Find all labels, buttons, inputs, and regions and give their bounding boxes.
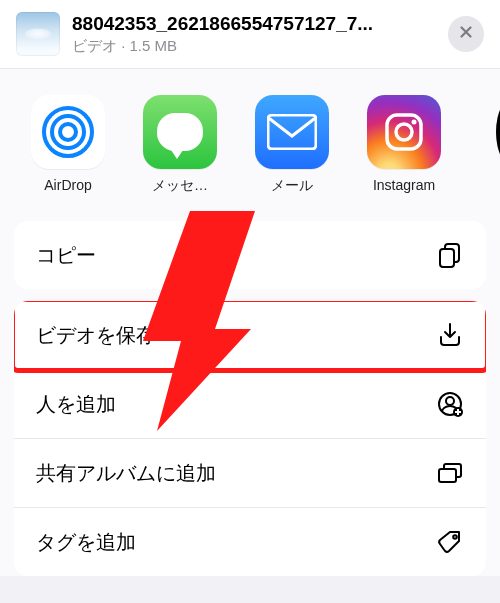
svg-rect-6 [440,249,454,267]
mail-icon [255,95,329,169]
action-label: 人を追加 [36,391,116,418]
add-people-icon [436,390,464,418]
share-apps-row: AirDrop メッセ… メール Instagram [0,75,500,207]
svg-point-4 [412,120,417,125]
file-title: 88042353_2621866554757127_7... [72,13,438,35]
svg-point-12 [453,535,457,539]
share-sheet-header: 88042353_2621866554757127_7... ビデオ · 1.5… [0,0,500,69]
action-add-tags[interactable]: タグを追加 [14,507,486,576]
download-icon [436,321,464,349]
app-messages[interactable]: メッセ… [136,95,224,195]
tag-icon [436,528,464,556]
messages-icon [143,95,217,169]
app-overflow[interactable] [472,95,500,195]
action-copy[interactable]: コピー [14,221,486,289]
svg-point-8 [446,397,454,405]
action-label: コピー [36,242,96,269]
instagram-icon [367,95,441,169]
action-label: 共有アルバムに追加 [36,460,216,487]
app-airdrop[interactable]: AirDrop [24,95,112,195]
app-label: メール [248,177,336,195]
action-add-people[interactable]: 人を追加 [14,369,486,438]
svg-rect-2 [387,115,421,149]
svg-rect-11 [439,469,456,482]
svg-rect-1 [268,115,316,149]
header-text: 88042353_2621866554757127_7... ビデオ · 1.5… [72,13,438,56]
action-label: タグを追加 [36,529,136,556]
actions-group-1: コピー [14,221,486,289]
app-instagram[interactable]: Instagram [360,95,448,195]
action-shared-album[interactable]: 共有アルバムに追加 [14,438,486,507]
action-label: ビデオを保存 [36,322,156,349]
app-label: AirDrop [24,177,112,193]
copy-icon [436,241,464,269]
file-thumbnail [16,12,60,56]
actions-group-2: ビデオを保存 人を追加 共有アルバムに追加 タグを追加 [14,301,486,576]
app-label: メッセ… [136,177,224,195]
airdrop-icon [31,95,105,169]
app-label: Instagram [360,177,448,193]
shared-album-icon [436,459,464,487]
file-subtitle: ビデオ · 1.5 MB [72,37,438,56]
app-mail[interactable]: メール [248,95,336,195]
svg-point-3 [396,124,412,140]
close-button[interactable] [448,16,484,52]
app-overflow-icon [496,95,500,169]
share-sheet-body: AirDrop メッセ… メール Instagram コピー [0,69,500,576]
close-icon [457,23,475,45]
action-save-video[interactable]: ビデオを保存 [14,301,486,369]
